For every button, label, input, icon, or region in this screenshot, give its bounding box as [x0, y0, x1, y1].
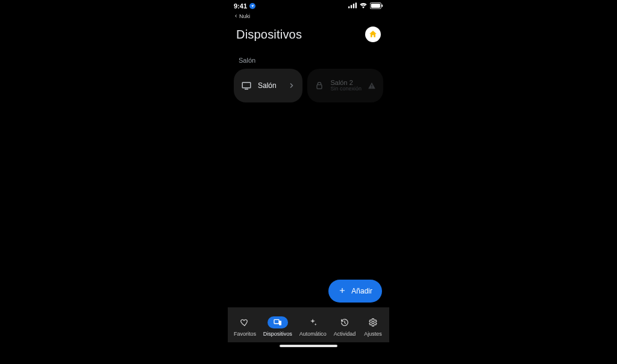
warning-icon — [368, 81, 376, 90]
bottom-tab-bar: Favoritos Dispositivos Automático Activi… — [228, 307, 389, 342]
chevron-right-icon — [288, 82, 295, 89]
tab-activity[interactable]: Actividad — [331, 314, 359, 338]
tab-label: Favoritos — [234, 331, 256, 337]
chevron-left-icon — [234, 13, 238, 19]
tab-settings[interactable]: Ajustes — [360, 314, 386, 338]
tab-label: Actividad — [334, 331, 356, 337]
device-info: Salón 2 Sin conexión — [330, 79, 362, 92]
svg-point-12 — [372, 321, 374, 324]
stage: 9:41 Nuki — [0, 0, 617, 364]
devices-icon — [268, 316, 288, 328]
svg-rect-5 — [371, 4, 380, 8]
tab-label: Dispositivos — [263, 331, 292, 337]
room-section-label: Salón — [228, 48, 389, 69]
tab-label: Automático — [299, 331, 327, 337]
svg-rect-0 — [348, 7, 349, 8]
history-icon — [334, 316, 355, 328]
device-card[interactable]: Salón — [234, 69, 302, 102]
page-title: Dispositivos — [236, 28, 302, 42]
sparkle-icon — [302, 316, 323, 328]
tv-icon — [241, 80, 252, 91]
device-status: Sin conexión — [330, 86, 362, 92]
phone-frame: 9:41 Nuki — [228, 0, 389, 350]
device-cards: Salón Salón 2 Sin conexión — [228, 69, 389, 102]
svg-rect-6 — [381, 4, 383, 7]
back-app-label: Nuki — [239, 13, 250, 19]
svg-rect-1 — [351, 5, 352, 8]
add-device-button[interactable]: Añadir — [328, 280, 382, 303]
gear-icon — [363, 316, 383, 328]
device-name: Salón — [258, 81, 282, 90]
status-time: 9:41 — [234, 2, 247, 10]
add-label: Añadir — [351, 287, 372, 295]
tab-automations[interactable]: Automático — [297, 314, 329, 338]
profile-avatar[interactable] — [365, 27, 381, 42]
tab-devices[interactable]: Dispositivos — [261, 314, 295, 338]
battery-icon — [370, 2, 383, 10]
heart-icon — [234, 316, 255, 328]
home-avatar-icon — [368, 30, 378, 39]
page-header: Dispositivos — [228, 22, 389, 48]
svg-rect-7 — [242, 83, 251, 88]
svg-rect-3 — [355, 2, 357, 8]
tab-favorites[interactable]: Favoritos — [231, 314, 258, 338]
svg-rect-9 — [317, 85, 322, 89]
status-bar: 9:41 — [228, 0, 389, 12]
content-area: Salón Salón Salón 2 — [228, 48, 389, 350]
svg-rect-10 — [274, 319, 279, 324]
device-card-offline[interactable]: Salón 2 Sin conexión — [307, 69, 383, 102]
wifi-icon — [359, 2, 368, 10]
location-indicator-icon — [249, 3, 255, 9]
cellular-icon — [348, 2, 357, 10]
svg-rect-2 — [353, 4, 354, 8]
tab-label: Ajustes — [364, 331, 382, 337]
back-to-app[interactable]: Nuki — [228, 12, 389, 22]
plus-icon — [338, 286, 346, 297]
home-indicator[interactable] — [280, 345, 337, 347]
lock-icon — [315, 81, 324, 90]
svg-rect-11 — [279, 321, 281, 325]
